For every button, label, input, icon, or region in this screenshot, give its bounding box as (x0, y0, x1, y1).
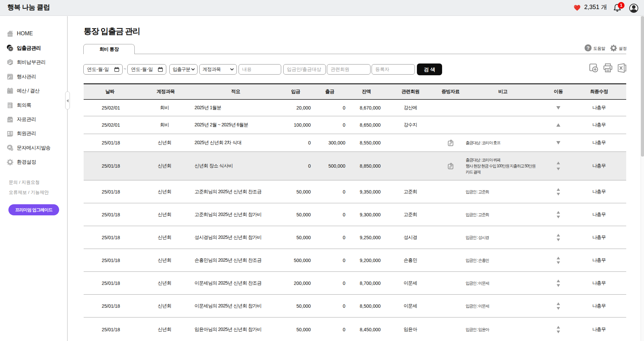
svg-text:회의록: 회의록 (8, 102, 12, 104)
svg-text:W: W (10, 48, 12, 50)
svg-text:결산: 결산 (8, 91, 11, 93)
svg-text:Home: Home (8, 34, 12, 36)
svg-text:자료: 자료 (7, 120, 10, 121)
svg-text:회비: 회비 (8, 60, 11, 62)
svg-text:행: 행 (10, 75, 12, 77)
